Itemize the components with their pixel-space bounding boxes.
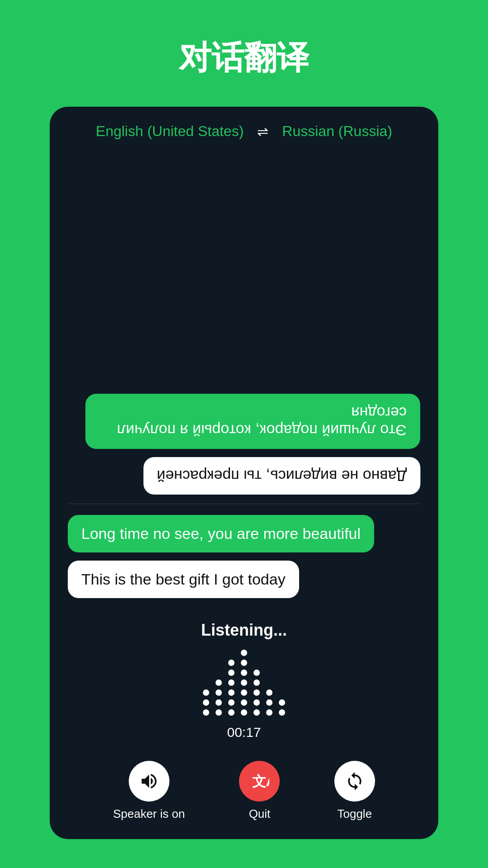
dot (253, 679, 260, 686)
translate-icon: 文A (249, 771, 269, 791)
dot (228, 689, 235, 696)
dot (228, 699, 235, 706)
recording-timer: 00:17 (227, 725, 261, 740)
upper-bubble-green: Это лучший подарок, который я получил се… (85, 394, 420, 449)
speaker-control: Speaker is on (113, 761, 185, 821)
dot (253, 709, 260, 716)
waveform (203, 652, 285, 716)
bottom-controls: Speaker is on 文A Quit Toggle (50, 754, 438, 839)
toggle-label: Toggle (337, 807, 372, 821)
toggle-icon (345, 771, 365, 791)
upper-bubble-white: Давно не виделись, ты прекрасней (143, 457, 420, 495)
wave-col-6 (266, 689, 272, 716)
upper-chat-area: Это лучший подарок, который я получил се… (50, 152, 438, 504)
dot (241, 650, 247, 656)
dot (241, 709, 247, 716)
toggle-button[interactable] (334, 761, 375, 802)
wave-col-4 (241, 650, 247, 716)
dot (253, 689, 260, 696)
dot (279, 709, 285, 716)
source-language[interactable]: English (United States) (96, 123, 244, 140)
page-title: 对话翻译 (179, 36, 309, 80)
dot (228, 670, 235, 676)
lower-bubble-white: This is the best gift I got today (68, 561, 299, 598)
lower-bubble-green: Long time no see, you are more beautiful (68, 515, 374, 552)
dot (241, 670, 247, 676)
dot (203, 709, 209, 716)
dot (203, 689, 209, 696)
dot (228, 660, 235, 666)
wave-col-3 (228, 660, 235, 716)
dot (253, 699, 260, 706)
dot (253, 670, 260, 676)
speaker-button[interactable] (129, 761, 169, 802)
dot (266, 689, 272, 696)
dot (279, 699, 285, 706)
dot (266, 699, 272, 706)
dot (216, 689, 222, 696)
dot (203, 699, 209, 706)
svg-text:文A: 文A (252, 774, 270, 789)
wave-col-2 (216, 679, 222, 716)
wave-col-7 (279, 699, 285, 716)
dot (228, 709, 235, 716)
listening-label: Listening... (201, 621, 287, 640)
language-bar: English (United States) ⇌ Russian (Russi… (50, 107, 438, 152)
wave-col-5 (253, 670, 260, 716)
speaker-label: Speaker is on (113, 807, 185, 821)
quit-label: Quit (249, 807, 271, 821)
toggle-control: Toggle (334, 761, 375, 821)
dot (216, 679, 222, 686)
dot (241, 660, 247, 666)
dot (266, 709, 272, 716)
target-language[interactable]: Russian (Russia) (282, 123, 392, 140)
dot (228, 679, 235, 686)
dot (241, 679, 247, 686)
dot (216, 699, 222, 706)
swap-languages-icon[interactable]: ⇌ (257, 123, 268, 139)
speaker-icon (139, 771, 159, 791)
dot (241, 689, 247, 696)
main-card: English (United States) ⇌ Russian (Russi… (50, 107, 438, 839)
quit-control: 文A Quit (239, 761, 280, 821)
dot (216, 709, 222, 716)
quit-button[interactable]: 文A (239, 761, 280, 802)
wave-col-1 (203, 689, 209, 716)
listening-section: Listening... (50, 607, 438, 754)
dot (241, 699, 247, 706)
lower-chat-area: Long time no see, you are more beautiful… (50, 504, 438, 607)
